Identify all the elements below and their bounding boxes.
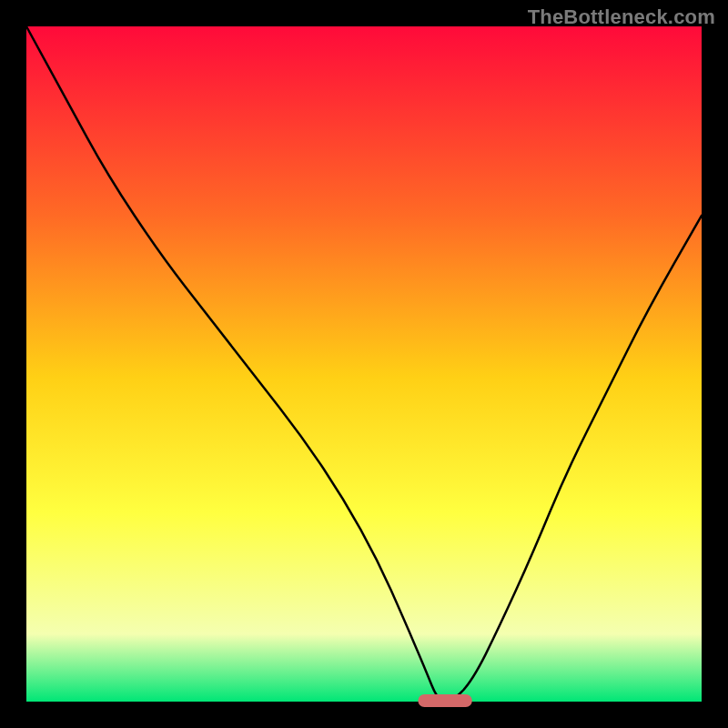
- gradient-background: [26, 26, 702, 702]
- chart-frame: { "watermark": "TheBottleneck.com", "col…: [0, 0, 728, 728]
- watermark-text: TheBottleneck.com: [528, 5, 715, 29]
- optimal-marker: [418, 694, 471, 707]
- bottleneck-chart: [0, 0, 728, 728]
